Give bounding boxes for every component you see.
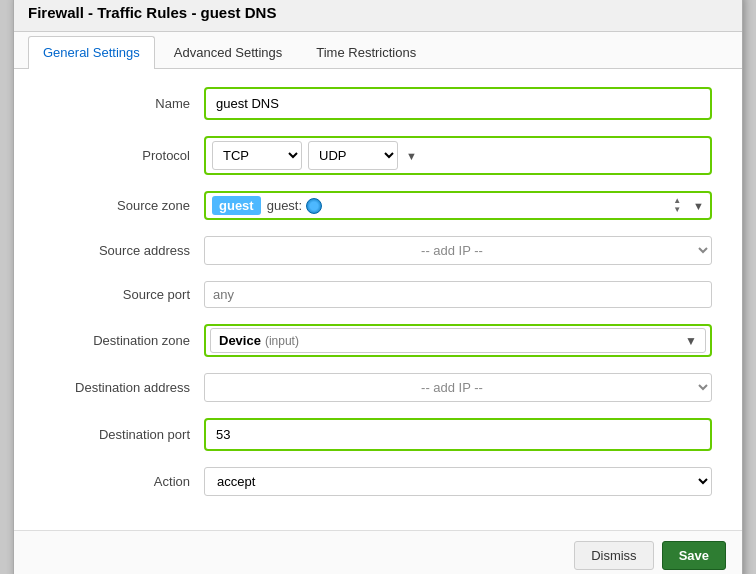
protocol-row: Protocol TCP UDP ▼: [44, 136, 712, 175]
name-row: Name: [44, 87, 712, 120]
source-zone-control: guest guest: ▲ ▼ ▼: [204, 191, 712, 220]
protocol-control: TCP UDP ▼: [204, 136, 712, 175]
action-select[interactable]: accept reject drop: [204, 467, 712, 496]
tabs: General Settings Advanced Settings Time …: [14, 32, 742, 69]
destination-zone-name: Device: [219, 333, 261, 348]
source-zone-dropdown-arrow[interactable]: ▼: [693, 200, 704, 212]
source-port-label: Source port: [44, 287, 204, 302]
action-control: accept reject drop: [204, 467, 712, 496]
protocol-udp-select[interactable]: UDP: [308, 141, 398, 170]
source-port-input[interactable]: [204, 281, 712, 308]
name-control: [204, 87, 712, 120]
source-zone-spinner[interactable]: ▲ ▼: [673, 197, 681, 215]
dismiss-button[interactable]: Dismiss: [574, 541, 654, 570]
save-button[interactable]: Save: [662, 541, 726, 570]
form-body: Name Protocol TCP UDP ▼: [14, 69, 742, 530]
destination-zone-wrapper[interactable]: Device (input) ▼: [204, 324, 712, 357]
source-zone-badge: guest: [212, 196, 261, 215]
destination-zone-control: Device (input) ▼: [204, 324, 712, 357]
destination-zone-inner: Device (input) ▼: [210, 328, 706, 353]
destination-port-input[interactable]: [208, 422, 708, 447]
source-port-row: Source port: [44, 281, 712, 308]
protocol-wrapper: TCP UDP ▼: [204, 136, 712, 175]
name-label: Name: [44, 96, 204, 111]
destination-zone-arrow[interactable]: ▼: [685, 334, 697, 348]
action-row: Action accept reject drop: [44, 467, 712, 496]
destination-address-control: -- add IP --: [204, 373, 712, 402]
spinner-down[interactable]: ▼: [673, 206, 681, 215]
destination-zone-sub: (input): [265, 334, 299, 348]
protocol-label: Protocol: [44, 148, 204, 163]
dialog-footer: Dismiss Save: [14, 530, 742, 574]
source-port-control: [204, 281, 712, 308]
action-label: Action: [44, 474, 204, 489]
globe-icon: [306, 198, 322, 214]
protocol-dropdown-arrow: ▼: [406, 150, 417, 162]
destination-port-label: Destination port: [44, 427, 204, 442]
destination-zone-row: Destination zone Device (input) ▼: [44, 324, 712, 357]
source-zone-label: Source zone: [44, 198, 204, 213]
source-address-row: Source address -- add IP --: [44, 236, 712, 265]
source-zone-text: guest:: [267, 198, 322, 214]
destination-address-label: Destination address: [44, 380, 204, 395]
source-address-select[interactable]: -- add IP --: [204, 236, 712, 265]
name-input[interactable]: [208, 91, 708, 116]
destination-address-row: Destination address -- add IP --: [44, 373, 712, 402]
tab-general-settings[interactable]: General Settings: [28, 36, 155, 69]
tab-time-restrictions[interactable]: Time Restrictions: [301, 36, 431, 68]
destination-address-select[interactable]: -- add IP --: [204, 373, 712, 402]
tab-advanced-settings[interactable]: Advanced Settings: [159, 36, 297, 68]
protocol-tcp-select[interactable]: TCP: [212, 141, 302, 170]
dialog-title: Firewall - Traffic Rules - guest DNS: [14, 0, 742, 32]
source-address-label: Source address: [44, 243, 204, 258]
destination-port-wrapper: [204, 418, 712, 451]
destination-zone-label: Destination zone: [44, 333, 204, 348]
dialog: Firewall - Traffic Rules - guest DNS Gen…: [13, 0, 743, 574]
source-zone-row: Source zone guest guest: ▲ ▼ ▼: [44, 191, 712, 220]
destination-port-row: Destination port: [44, 418, 712, 451]
source-zone-wrapper[interactable]: guest guest: ▲ ▼ ▼: [204, 191, 712, 220]
source-address-control: -- add IP --: [204, 236, 712, 265]
destination-port-control: [204, 418, 712, 451]
name-wrapper: [204, 87, 712, 120]
